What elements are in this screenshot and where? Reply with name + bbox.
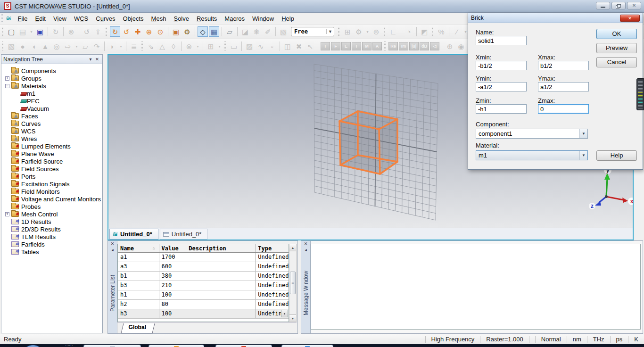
loft-button[interactable]: ▱ [80, 41, 91, 51]
panel-close-icon[interactable]: ✕ [304, 241, 308, 247]
pick-face-button[interactable]: ◪ [240, 26, 250, 37]
boolean-intersect-button[interactable]: ⊜ [371, 26, 381, 37]
tree-item-2d-3d-results[interactable]: ≋2D/3D Results [1, 225, 102, 233]
column-header-type[interactable]: Type [256, 244, 289, 252]
parameter-row-h3[interactable]: h3100Undefine▾ [118, 309, 289, 319]
tree-item-pec[interactable]: PEC [1, 97, 102, 105]
refresh-results-button[interactable]: ↺ [82, 26, 92, 37]
taskbar-button[interactable] [215, 345, 272, 347]
tree-item-voltage-and-current-monitors[interactable]: ❋Voltage and Current Monitors [1, 195, 102, 203]
toggle-grid-button[interactable]: ▦ [209, 26, 219, 37]
ok-button[interactable]: OK [596, 29, 637, 39]
material-dropdown[interactable]: m1▼ [476, 150, 588, 160]
tree-item-farfield-source[interactable]: ❋Farfield Source [1, 157, 102, 165]
tree-item-curves[interactable]: Curves [1, 120, 102, 127]
parameter-row-a3[interactable]: a3600Undefined [118, 262, 289, 272]
expand-icon[interactable]: + [5, 212, 9, 216]
auto-hide-dock-handle[interactable] [636, 78, 644, 110]
name-field[interactable] [476, 36, 527, 45]
scroll-down-icon[interactable]: ▼ [289, 314, 296, 322]
tree-item-tables[interactable]: ≋Tables [1, 248, 102, 256]
export-results-button[interactable]: ⇪ [93, 26, 103, 37]
view-mode-combo[interactable]: Free▼ [291, 27, 334, 36]
menu-help[interactable]: Help [278, 13, 298, 24]
analytical-dropdown[interactable]: ▾ [118, 41, 124, 51]
wcs-toggle-button[interactable]: ∟ [388, 26, 398, 37]
menu-macros[interactable]: Macros [221, 13, 248, 24]
taskbar-button[interactable] [149, 345, 204, 347]
result-imaginary-tile[interactable]: Im [399, 42, 408, 50]
panel-collapse-icon[interactable]: ◂ [111, 247, 114, 253]
menu-curves[interactable]: Curves [92, 13, 119, 24]
create-cone-button[interactable]: ▲ [40, 41, 50, 51]
parameter-row-a1[interactable]: a11700Undefined [118, 253, 289, 262]
tree-item-wires[interactable]: Wires [1, 135, 102, 142]
xmin-field[interactable] [476, 61, 527, 70]
tree-item-materials[interactable]: −Materials [1, 82, 102, 90]
tree-item-faces[interactable]: Faces [1, 112, 102, 120]
blend-edges-button[interactable]: ◊ [168, 41, 179, 51]
azimuth-plot-button[interactable]: ◉ [456, 41, 466, 51]
type-dropdown-icon[interactable]: ▾ [281, 310, 288, 317]
menu-mesh[interactable]: Mesh [148, 13, 170, 24]
mirror-shape-button[interactable]: ▧ [278, 26, 289, 37]
workplane-properties-button[interactable]: ⚙ [182, 26, 192, 37]
analytical-face-button[interactable]: ◗ [107, 41, 117, 51]
expand-icon[interactable]: + [5, 76, 9, 81]
ymin-field[interactable] [476, 82, 527, 91]
menu-file[interactable]: File [14, 13, 32, 24]
update-parametric-button[interactable]: ↻ [50, 26, 61, 37]
open-project-button[interactable]: ▤ [17, 26, 28, 37]
history-list-button[interactable]: ≣ [129, 41, 139, 51]
tree-item-1d-results[interactable]: ≋1D Results [1, 218, 102, 225]
polar-plot-button[interactable]: ⊕ [445, 41, 455, 51]
parameter-sweep-button[interactable]: % [436, 26, 446, 37]
tree-item-mesh-control[interactable]: +❋Mesh Control [1, 210, 102, 218]
current-monitor-tile[interactable]: I [352, 42, 361, 50]
result-real-tile[interactable]: Re [388, 42, 398, 50]
local-modifications-dropdown[interactable]: ▾ [195, 41, 200, 51]
tree-item-wcs[interactable]: WCS [1, 127, 102, 135]
material-blend-button[interactable]: ▨ [244, 41, 255, 51]
panel-collapse-icon[interactable]: ◂ [305, 247, 307, 253]
taskbar-button[interactable] [281, 345, 333, 347]
wcs-align-button[interactable]: ◩ [419, 26, 429, 37]
tree-item-m1[interactable]: m1 [1, 90, 102, 97]
menu-objects[interactable]: Objects [119, 13, 147, 24]
abort-solver-button[interactable]: ⊗ [66, 26, 76, 37]
parameter-row-h1[interactable]: h1100Undefined [118, 290, 289, 300]
time-monitor-tile[interactable]: T [321, 42, 330, 50]
tree-item-plane-wave[interactable]: ❋Plane Wave [1, 150, 102, 157]
boolean-add-button[interactable]: ⊞ [342, 26, 353, 37]
minimize-button[interactable] [596, 2, 610, 9]
restore-button[interactable] [611, 2, 626, 9]
disable-pick-button[interactable]: ✖ [294, 41, 304, 51]
random-button[interactable]: ▫ [267, 41, 277, 51]
close-button[interactable]: ✕ [627, 2, 641, 9]
tree-item-lumped-elements[interactable]: ❋Lumped Elements [1, 142, 102, 150]
menu-wcs[interactable]: WCS [70, 13, 92, 24]
help-button[interactable]: Help [596, 150, 637, 161]
pick-point-button[interactable]: ◇ [198, 26, 208, 37]
panel-close-icon[interactable]: ✕ [94, 57, 100, 62]
rotate-view-button[interactable]: ↻ [110, 26, 120, 37]
tab-global[interactable]: Global [121, 323, 155, 333]
average-monitor-tile[interactable]: A [372, 42, 382, 50]
pan-view-button[interactable]: ✚ [132, 26, 143, 37]
tree-item-vacuum[interactable]: Vacuum [1, 105, 102, 112]
tree-item-field-sources[interactable]: ❋Field Sources [1, 165, 102, 173]
start-orb[interactable] [22, 345, 44, 347]
create-brick-button[interactable]: ▧ [6, 41, 17, 51]
menu-edit[interactable]: Edit [32, 13, 50, 24]
create-sphere-button[interactable]: ● [17, 41, 28, 51]
tree-item-excitation-signals[interactable]: ❋Excitation Signals [1, 180, 102, 188]
perspective-view-button[interactable]: ▱ [224, 26, 235, 37]
boolean-insert-button[interactable]: ⚙ [354, 26, 364, 37]
component-dropdown[interactable]: component1▼ [476, 129, 588, 139]
result-phase-tile[interactable]: ◁ [430, 42, 439, 50]
open-project-dropdown[interactable]: ▾ [29, 26, 34, 37]
menu-results[interactable]: Results [193, 13, 221, 24]
tree-item-ports[interactable]: ❋Ports [1, 173, 102, 180]
menu-view[interactable]: View [50, 13, 70, 24]
menu-window[interactable]: Window [248, 13, 278, 24]
